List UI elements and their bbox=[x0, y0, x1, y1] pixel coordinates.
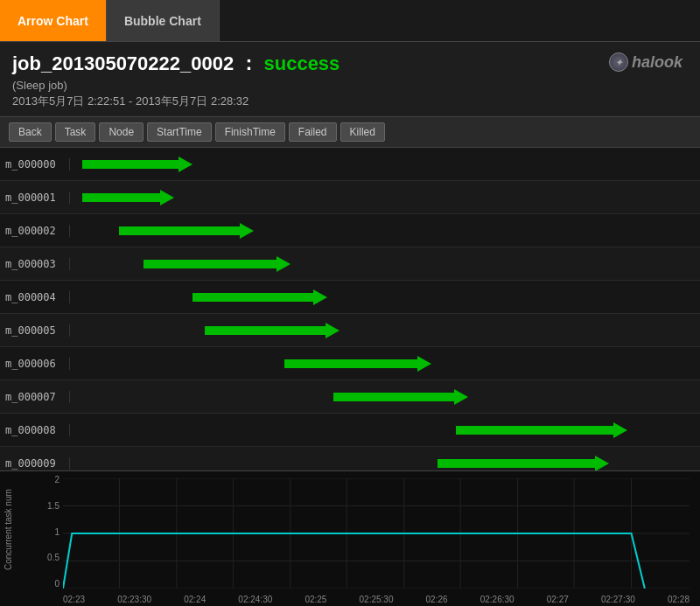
table-row: m_000000 bbox=[0, 148, 700, 181]
failed-button[interactable]: Failed bbox=[289, 122, 337, 142]
starttime-button[interactable]: StartTime bbox=[147, 122, 212, 142]
table-row: m_000004 bbox=[0, 281, 700, 314]
x-label-022430: 02:24:30 bbox=[238, 595, 272, 604]
table-row: m_000001 bbox=[0, 181, 700, 214]
halook-logo: ✦ halook bbox=[609, 52, 682, 72]
tab-bubble-chart[interactable]: Bubble Chart bbox=[107, 0, 220, 41]
row-label: m_000003 bbox=[0, 258, 70, 270]
row-bar bbox=[70, 214, 700, 247]
arrow-svg bbox=[438, 455, 609, 471]
y-tick-05: 0.5 bbox=[47, 553, 60, 562]
x-label-0225: 02:25 bbox=[304, 595, 326, 604]
svg-marker-8 bbox=[456, 422, 627, 438]
job-subtitle: (Sleep job) bbox=[12, 79, 688, 92]
row-label: m_000006 bbox=[0, 358, 70, 370]
tab-bar: Arrow Chart Bubble Chart bbox=[0, 0, 700, 42]
arrow-svg bbox=[333, 388, 468, 406]
row-bar bbox=[70, 181, 700, 213]
y-tick-0: 0 bbox=[54, 579, 60, 589]
y-tick-15: 1.5 bbox=[47, 501, 60, 511]
table-row: m_000003 bbox=[0, 247, 700, 281]
arrow-svg bbox=[82, 189, 174, 206]
table-row: m_000009 bbox=[0, 447, 700, 470]
x-label-0223: 02:23 bbox=[63, 595, 85, 604]
row-bar bbox=[70, 414, 700, 446]
row-bar bbox=[70, 380, 700, 413]
halook-icon: ✦ bbox=[609, 52, 628, 72]
arrow-svg bbox=[192, 289, 327, 306]
row-label: m_000002 bbox=[0, 225, 70, 237]
svg-marker-6 bbox=[284, 356, 431, 372]
x-label-0227: 02:27 bbox=[547, 595, 569, 604]
svg-marker-1 bbox=[82, 190, 174, 205]
row-bar bbox=[70, 281, 700, 313]
arrow-svg bbox=[456, 421, 627, 439]
x-label-022330: 02:23:30 bbox=[117, 595, 151, 604]
row-bar bbox=[70, 148, 700, 180]
y-tick-2: 2 bbox=[54, 475, 60, 484]
svg-marker-7 bbox=[333, 389, 468, 405]
job-title: job_201305070222_0002 ： success bbox=[12, 51, 688, 77]
row-bar bbox=[70, 347, 700, 380]
arrow-chart[interactable]: m_000000m_000001m_000002m_000003m_000004… bbox=[0, 148, 700, 470]
x-label-0224: 02:24 bbox=[184, 595, 206, 604]
y-axis-title: Concurrent task num bbox=[4, 471, 13, 589]
row-label: m_000008 bbox=[0, 424, 70, 436]
table-row: m_000002 bbox=[0, 214, 700, 247]
table-row: m_000006 bbox=[0, 347, 700, 380]
row-label: m_000000 bbox=[0, 158, 70, 171]
row-bar bbox=[70, 447, 700, 470]
table-row: m_000008 bbox=[0, 414, 700, 447]
tab-arrow-chart[interactable]: Arrow Chart bbox=[0, 0, 107, 41]
arrow-svg bbox=[119, 222, 254, 240]
row-label: m_000004 bbox=[0, 291, 70, 303]
row-bar bbox=[70, 247, 700, 280]
svg-marker-9 bbox=[438, 456, 609, 471]
task-button[interactable]: Task bbox=[55, 122, 96, 142]
svg-marker-2 bbox=[119, 223, 254, 239]
row-label: m_000001 bbox=[0, 192, 70, 204]
row-label: m_000007 bbox=[0, 391, 70, 403]
y-tick-1: 1 bbox=[54, 527, 60, 537]
finishtime-button[interactable]: FinishTime bbox=[215, 122, 285, 142]
table-row: m_000007 bbox=[0, 380, 700, 414]
row-label: m_000005 bbox=[0, 324, 70, 337]
svg-marker-4 bbox=[192, 289, 327, 305]
killed-button[interactable]: Killed bbox=[340, 122, 385, 142]
svg-marker-3 bbox=[144, 256, 290, 272]
x-label-0228: 02:28 bbox=[668, 595, 690, 604]
row-label: m_000009 bbox=[0, 457, 70, 470]
arrow-svg bbox=[82, 156, 192, 173]
main-content: job_201305070222_0002 ： success (Sleep j… bbox=[0, 42, 700, 606]
table-row: m_000005 bbox=[0, 314, 700, 347]
node-button[interactable]: Node bbox=[99, 122, 144, 142]
line-chart: 2 1.5 1 0.5 0 Concurrent task num bbox=[0, 470, 700, 606]
row-bar bbox=[70, 314, 700, 346]
toolbar: Back Task Node StartTime FinishTime Fail… bbox=[0, 117, 700, 148]
arrow-svg bbox=[205, 322, 340, 339]
back-button[interactable]: Back bbox=[9, 122, 52, 142]
x-label-022730: 02:27:30 bbox=[601, 595, 635, 604]
line-chart-svg bbox=[63, 478, 690, 589]
x-label-022530: 02:25:30 bbox=[360, 595, 394, 604]
x-label-0226: 02:26 bbox=[426, 595, 448, 604]
svg-marker-0 bbox=[82, 157, 192, 172]
info-panel: job_201305070222_0002 ： success (Sleep j… bbox=[0, 42, 700, 117]
arrow-svg bbox=[144, 255, 290, 273]
svg-marker-5 bbox=[205, 323, 340, 338]
chart-container: m_000000m_000001m_000002m_000003m_000004… bbox=[0, 148, 700, 606]
x-axis-labels: 02:23 02:23:30 02:24 02:24:30 02:25 02:2… bbox=[63, 595, 690, 604]
x-label-022630: 02:26:30 bbox=[480, 595, 514, 604]
arrow-svg bbox=[284, 355, 431, 373]
job-time: 2013年5月7日 2:22:51 - 2013年5月7日 2:28:32 bbox=[12, 94, 688, 109]
